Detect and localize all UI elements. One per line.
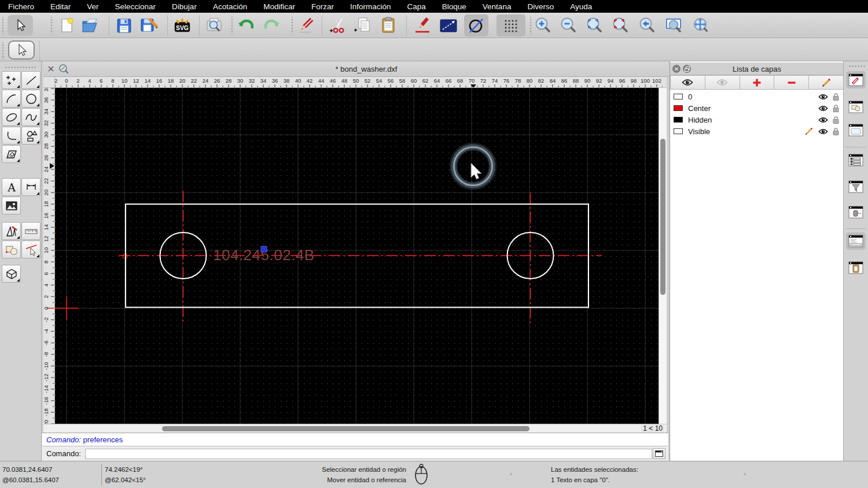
grid-toggle-button[interactable] [496,14,525,36]
restrict-nothing-button[interactable] [464,14,488,36]
layer-color-swatch[interactable] [674,128,683,134]
layer-row-0[interactable]: 0 [670,91,844,102]
zoom-window-button[interactable] [664,16,684,35]
layer-lock-icon[interactable] [833,105,839,112]
command-detach-button[interactable] [653,448,665,459]
copy-icon [353,16,373,35]
new-file-button[interactable] [57,16,76,35]
menu-dibujar[interactable]: Dibujar [172,2,197,11]
dock-filter-button[interactable] [846,178,866,195]
dimension-tool-button[interactable] [21,178,41,196]
toolbar-drag-handle[interactable] [1,17,5,34]
menu-editar[interactable]: Editar [50,2,71,11]
trim-tool-button[interactable] [21,241,41,258]
zoom-selected-button[interactable] [611,16,631,35]
draw-misc-tool-button[interactable] [2,222,21,240]
image-tool-button[interactable] [2,197,21,215]
undo-button[interactable] [236,16,256,35]
toolbar-drag-handle[interactable] [50,17,53,34]
pencil-edit-button[interactable] [296,16,316,35]
dock-layer-list-button[interactable] [846,71,866,88]
layer-visible-icon[interactable] [818,105,828,112]
redo-button[interactable] [262,16,282,35]
dock-command-options-button[interactable] [846,204,866,221]
hatch-tool-button[interactable] [2,145,21,163]
layer-lock-icon[interactable] [833,93,839,101]
select-tool-button[interactable] [8,15,33,36]
points-tool-button[interactable] [2,71,21,89]
toolbar-drag-handle[interactable] [1,42,5,60]
cut-button[interactable] [329,16,348,35]
menu-ayuda[interactable]: Ayuda [570,2,592,11]
horizontal-scrollbar[interactable]: 1 < 10 [43,424,667,432]
menu-capa[interactable]: Capa [407,2,426,11]
zoom-out-button[interactable] [559,16,579,35]
open-file-button[interactable] [80,16,100,35]
selection-pointer-button[interactable] [8,40,35,60]
attributes-pen-button[interactable] [413,16,433,35]
layer-row-hidden[interactable]: Hidden [670,114,844,125]
vertical-scrollbar-thumb[interactable] [660,139,665,295]
vertical-scrollbar[interactable] [659,88,667,424]
menu-seleccionar[interactable]: Seleccionar [115,2,156,11]
arc-tool-button[interactable] [2,90,21,108]
drawing-canvas[interactable]: 104.245.02.4B [55,88,659,424]
dock-library-button[interactable] [846,121,866,139]
layer-color-swatch[interactable] [674,94,683,99]
polygon-tool-button[interactable] [21,127,41,145]
modify-tool-button[interactable] [2,241,21,258]
save-button[interactable] [114,16,134,35]
command-input[interactable] [85,449,652,459]
menu-acotacion[interactable]: Acotación [213,2,247,11]
layer-lock-icon[interactable] [833,116,839,124]
text-tool-button[interactable]: A [2,178,21,196]
show-all-layers-button[interactable] [670,75,705,90]
measure-tool-button[interactable] [21,222,41,240]
save-as-button[interactable] [139,16,159,35]
polyline-tool-button[interactable] [2,127,21,145]
layer-row-center[interactable]: Center [670,102,844,114]
menu-modificar[interactable]: Modificar [263,2,295,11]
ellipse-tool-button[interactable] [2,108,21,126]
dock-drag-handle[interactable] [5,66,37,69]
copy-button[interactable] [353,16,373,35]
menu-informacion[interactable]: Información [350,2,391,11]
remove-layer-button[interactable] [774,75,809,90]
circle-tool-button[interactable] [21,90,41,108]
add-layer-button[interactable] [740,75,775,90]
dock-clipboard-button[interactable] [846,259,866,276]
menu-fichero[interactable]: Fichero [8,2,34,11]
menu-ver[interactable]: Ver [87,2,98,11]
svg-text:A: A [7,181,16,194]
spline-tool-button[interactable] [21,108,41,126]
box3d-tool-button[interactable] [2,265,21,283]
menu-forzar[interactable]: Forzar [311,2,334,11]
paste-button[interactable] [378,16,398,35]
menu-diverso[interactable]: Diverso [527,2,554,11]
zoom-previous-button[interactable] [638,16,657,35]
layer-visible-icon[interactable] [818,117,828,123]
pan-button[interactable] [691,16,711,35]
menu-bloque[interactable]: Bloque [442,2,466,11]
zoom-in-button[interactable] [534,16,553,35]
layer-visible-icon[interactable] [818,94,828,100]
layer-lock-icon[interactable] [833,128,839,135]
line-tool-button[interactable] [21,71,41,89]
dock-drag-handle[interactable] [848,65,865,68]
svg-export-button[interactable]: SVG [172,16,192,35]
dock-block-list-button[interactable] [846,98,866,116]
layer-color-swatch[interactable] [674,105,683,111]
close-document-icon[interactable] [47,65,55,73]
dock-command-line-button[interactable] [846,232,866,250]
layer-visible-icon[interactable] [818,128,828,135]
horizontal-scrollbar-thumb[interactable] [162,426,529,431]
zoom-auto-button[interactable] [585,16,605,35]
distance-measure-button[interactable] [439,16,458,35]
edit-layer-button[interactable] [809,75,844,90]
menu-ventana[interactable]: Ventana [483,2,512,11]
hide-all-layers-button[interactable] [705,75,740,90]
layer-color-swatch[interactable] [674,117,683,123]
dock-entity-list-button[interactable] [846,151,866,169]
layer-row-visible[interactable]: Visible [670,125,844,137]
print-preview-button[interactable] [204,16,224,35]
